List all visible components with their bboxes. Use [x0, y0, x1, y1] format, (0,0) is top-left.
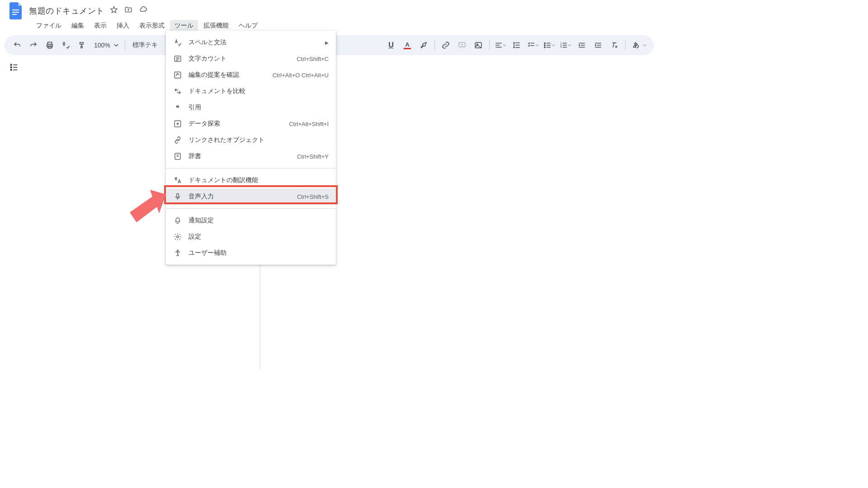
translate-icon [173, 176, 182, 185]
cloud-status-icon[interactable] [139, 6, 148, 16]
menu-linked-objects[interactable]: リンクされたオブジェクト [166, 132, 336, 148]
insert-image-button[interactable] [471, 38, 486, 52]
svg-rect-2 [12, 14, 17, 15]
svg-rect-19 [175, 72, 181, 78]
svg-text:3: 3 [561, 46, 562, 48]
svg-point-15 [10, 64, 12, 66]
zoom-select[interactable]: 100% [91, 42, 121, 49]
accessibility-icon [173, 249, 182, 258]
menu-separator [166, 208, 336, 209]
svg-point-11 [544, 47, 545, 47]
dictionary-icon [173, 152, 182, 161]
menu-dictionary[interactable]: 辞書 Ctrl+Shift+Y [166, 148, 336, 164]
svg-marker-25 [130, 190, 166, 222]
document-title[interactable]: 無題のドキュメント [29, 5, 104, 16]
compare-icon [173, 87, 182, 96]
text-color-button[interactable]: A [400, 38, 415, 52]
svg-point-10 [544, 45, 545, 46]
clear-formatting-button[interactable] [607, 38, 622, 52]
star-icon[interactable] [110, 6, 118, 16]
underline-button[interactable]: U [384, 38, 398, 52]
menu-notification-settings[interactable]: 通知設定 [166, 212, 336, 229]
show-outline-button[interactable] [9, 62, 19, 74]
svg-rect-0 [12, 9, 19, 10]
decrease-indent-button[interactable] [575, 38, 589, 52]
title-actions [110, 6, 148, 16]
toolbar-separator [489, 40, 490, 51]
toolbar-separator [125, 40, 125, 51]
menu-preferences[interactable]: 設定 [166, 229, 336, 245]
tools-dropdown: スペルと文法 ▶ 文字カウント Ctrl+Shift+C 編集の提案を確認 Ct… [166, 31, 336, 265]
move-icon[interactable] [124, 6, 132, 16]
svg-point-17 [10, 69, 12, 70]
menu-spelling-grammar[interactable]: スペルと文法 ▶ [166, 34, 336, 51]
menu-compare-documents[interactable]: ドキュメントを比較 [166, 83, 336, 99]
linked-icon [173, 136, 182, 145]
insert-link-button[interactable] [439, 38, 453, 52]
toolbar-separator [625, 40, 626, 51]
line-spacing-button[interactable] [509, 38, 524, 52]
menu-insert[interactable]: 挿入 [112, 20, 134, 33]
menu-voice-typing[interactable]: 音声入力 Ctrl+Shift+S [166, 188, 336, 205]
svg-point-16 [10, 67, 12, 68]
svg-rect-1 [12, 12, 19, 13]
explore-icon [173, 119, 182, 128]
redo-button[interactable] [26, 38, 41, 52]
review-icon [173, 70, 182, 80]
spellcheck-button[interactable] [59, 38, 73, 52]
spelling-icon [173, 38, 182, 47]
increase-indent-button[interactable] [591, 38, 605, 52]
undo-button[interactable] [10, 38, 24, 52]
docs-icon [9, 2, 23, 19]
align-button[interactable] [493, 38, 508, 52]
menu-citations[interactable]: ❝ 引用 [166, 99, 336, 116]
svg-point-23 [177, 236, 179, 238]
word-count-icon [173, 54, 182, 63]
menu-view[interactable]: 表示 [90, 20, 111, 33]
paint-format-button[interactable] [75, 38, 90, 52]
svg-point-9 [544, 42, 545, 43]
header: 無題のドキュメント [0, 0, 658, 18]
menu-accessibility[interactable]: ユーザー補助 [166, 245, 336, 261]
quote-icon: ❝ [173, 103, 182, 112]
toolbar-separator [434, 40, 435, 51]
print-button[interactable] [42, 38, 57, 52]
menu-edit[interactable]: 編集 [67, 20, 89, 33]
svg-rect-22 [177, 193, 179, 197]
checklist-button[interactable] [526, 38, 540, 52]
menu-separator [166, 168, 336, 169]
input-method-button[interactable]: あ [629, 38, 648, 52]
docs-logo[interactable] [7, 2, 25, 20]
svg-point-24 [177, 250, 179, 251]
insert-comment-button[interactable] [455, 38, 469, 52]
annotation-arrow [105, 190, 168, 237]
menu-translate[interactable]: ドキュメントの翻訳機能 [166, 172, 336, 188]
menu-format[interactable]: 表示形式 [135, 20, 169, 33]
submenu-arrow-icon: ▶ [325, 40, 329, 45]
paragraph-style-select[interactable]: 標準テキ [129, 41, 161, 49]
bulleted-list-button[interactable] [542, 38, 557, 52]
microphone-icon [173, 192, 182, 201]
numbered-list-button[interactable]: 123 [558, 38, 573, 52]
menu-explore[interactable]: データ探索 Ctrl+Alt+Shift+I [166, 116, 336, 132]
bell-icon [173, 216, 182, 225]
highlight-color-button[interactable] [416, 38, 431, 52]
menu-file[interactable]: ファイル [32, 20, 66, 33]
menu-word-count[interactable]: 文字カウント Ctrl+Shift+C [166, 51, 336, 67]
gear-icon [173, 232, 182, 241]
menu-review-suggestions[interactable]: 編集の提案を確認 Ctrl+Alt+O Ctrl+Alt+U [166, 67, 336, 83]
